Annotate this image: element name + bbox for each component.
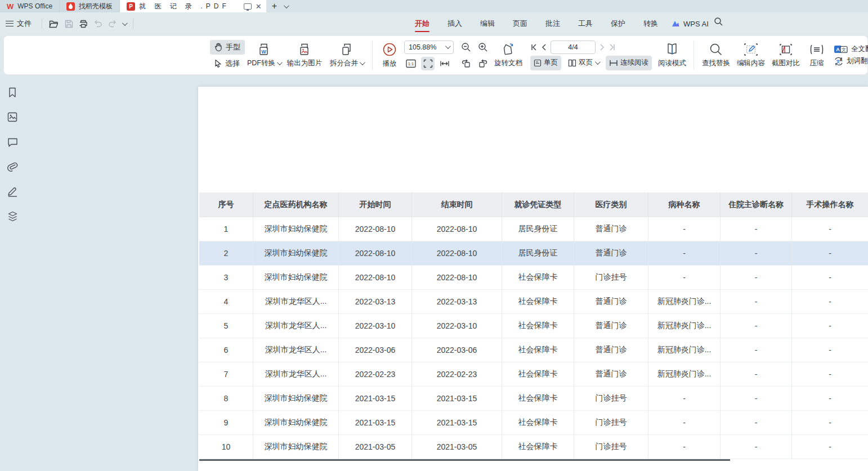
menu-tab-0[interactable]: 开始 bbox=[414, 12, 431, 35]
menu-tab-7[interactable]: 转换 bbox=[642, 12, 659, 35]
word-translate-button[interactable]: 文A 划词翻译 bbox=[834, 56, 868, 66]
rotate-document-button[interactable]: 旋转文档 bbox=[491, 39, 526, 71]
first-page-button[interactable] bbox=[530, 44, 537, 51]
table-header-cell: 医疗类别 bbox=[574, 192, 648, 217]
thumbnail-icon[interactable] bbox=[6, 111, 19, 123]
continuous-read-button[interactable]: 连续阅读 bbox=[606, 56, 652, 70]
table-cell: 新冠肺炎门诊... bbox=[648, 290, 721, 314]
redo-button[interactable] bbox=[105, 16, 120, 31]
actual-size-button[interactable]: 1:1 bbox=[404, 57, 418, 70]
divider bbox=[133, 19, 133, 29]
table-header-cell: 结束时间 bbox=[412, 192, 502, 217]
table-cell: - bbox=[721, 362, 792, 387]
table-row: 5深圳市龙华区人...2022-03-102022-03-10社会保障卡普通门诊… bbox=[199, 314, 868, 338]
pdf-convert-button[interactable]: W PDF转换 bbox=[245, 39, 283, 71]
compress-button[interactable]: 压缩 bbox=[803, 39, 830, 71]
menu-tab-4[interactable]: 批注 bbox=[544, 12, 561, 35]
table-cell: 2021-03-15 bbox=[339, 387, 412, 411]
menu-bar: 文件 开始插入编辑页面批注工具保护转换 WPS AI bbox=[0, 12, 868, 35]
save-button[interactable] bbox=[61, 16, 76, 31]
table-cell: 新冠肺炎门诊... bbox=[648, 338, 721, 362]
export-image-icon bbox=[297, 43, 312, 56]
zoom-level-select[interactable]: 105.88% bbox=[404, 41, 454, 54]
tab-docer-templates[interactable]: 找稻壳模板 bbox=[60, 0, 120, 12]
export-image-button[interactable]: 输出为图片 bbox=[283, 39, 326, 71]
fit-width-button[interactable] bbox=[438, 57, 451, 70]
table-cell: - bbox=[648, 387, 721, 411]
open-file-button[interactable] bbox=[47, 16, 61, 31]
table-cell: - bbox=[792, 362, 868, 387]
previous-page-button[interactable] bbox=[542, 44, 546, 51]
edit-content-button[interactable]: 编辑内容 bbox=[733, 39, 768, 71]
attachment-icon[interactable] bbox=[6, 160, 19, 173]
next-page-button[interactable] bbox=[600, 44, 605, 51]
full-text-translate-button[interactable]: A文 全文翻译 bbox=[834, 44, 868, 54]
close-tab-icon[interactable]: ✕ bbox=[256, 3, 262, 10]
table-cell: 门诊挂号 bbox=[574, 435, 648, 459]
table-cell: 新冠肺炎门诊... bbox=[648, 314, 721, 338]
fit-page-button[interactable] bbox=[421, 57, 435, 70]
zoom-in-button[interactable] bbox=[476, 41, 490, 54]
full-translate-icon: A文 bbox=[834, 45, 848, 53]
read-mode-button[interactable]: 阅读模式 bbox=[655, 39, 689, 71]
rotate-left-button[interactable] bbox=[459, 57, 473, 70]
cursor-icon bbox=[214, 59, 222, 68]
undo-history-chevron-icon[interactable] bbox=[122, 20, 128, 26]
divider bbox=[693, 41, 694, 70]
one-to-one-icon: 1:1 bbox=[406, 59, 416, 68]
table-header-cell: 定点医药机构名称 bbox=[253, 192, 339, 217]
monitor-icon[interactable] bbox=[244, 3, 252, 10]
pdf-page[interactable]: 序号定点医药机构名称开始时间结束时间就诊凭证类型医疗类别病种名称住院主诊断名称手… bbox=[198, 87, 868, 471]
undo-button[interactable] bbox=[91, 16, 105, 31]
play-button[interactable]: 播放 bbox=[377, 39, 402, 71]
find-replace-label: 查找替换 bbox=[702, 59, 730, 68]
table-row: 4深圳市龙华区人...2022-03-132022-03-13社会保障卡普通门诊… bbox=[199, 290, 868, 314]
menu-tab-5[interactable]: 工具 bbox=[577, 12, 594, 35]
zoom-out-button[interactable] bbox=[459, 41, 473, 54]
single-page-button[interactable]: 单页 bbox=[530, 56, 561, 70]
page-indicator-input[interactable]: 4/4 bbox=[551, 41, 596, 54]
table-cell: 深圳市妇幼保健院 bbox=[253, 217, 339, 241]
hand-icon bbox=[214, 43, 222, 51]
double-page-icon bbox=[568, 59, 576, 67]
table-cell: - bbox=[792, 314, 868, 338]
menu-tab-3[interactable]: 页面 bbox=[512, 12, 529, 35]
screenshot-compare-button[interactable]: 截图对比 bbox=[768, 39, 803, 71]
bookmark-icon[interactable] bbox=[6, 86, 19, 98]
menu-search-button[interactable] bbox=[714, 17, 723, 26]
split-merge-button[interactable]: 拆分合并 bbox=[326, 39, 368, 71]
table-cell: 深圳市龙华区人... bbox=[253, 314, 339, 338]
table-header-cell: 手术操作名称 bbox=[792, 192, 868, 217]
table-cell: 2 bbox=[199, 241, 253, 266]
menu-tab-1[interactable]: 插入 bbox=[446, 12, 463, 35]
table-cell: 社会保障卡 bbox=[502, 411, 574, 435]
tab-document-pdf[interactable]: P 就 医 记 录 .PDF ✕ bbox=[120, 0, 266, 12]
table-row: 10深圳市妇幼保健院2021-03-052021-03-05社会保障卡门诊挂号-… bbox=[199, 435, 868, 459]
search-icon bbox=[714, 17, 723, 26]
find-replace-button[interactable]: 查找替换 bbox=[699, 39, 733, 71]
hand-tool-button[interactable]: 手型 bbox=[210, 40, 245, 55]
double-page-button[interactable]: 双页 bbox=[565, 56, 602, 70]
menu-tab-6[interactable]: 保护 bbox=[610, 12, 627, 35]
docer-logo-icon bbox=[66, 2, 75, 11]
layers-icon[interactable] bbox=[6, 210, 19, 222]
table-cell: 9 bbox=[199, 411, 253, 435]
menu-tab-2[interactable]: 编辑 bbox=[479, 12, 496, 35]
table-row: 3深圳市妇幼保健院2022-08-102022-08-10社会保障卡门诊挂号--… bbox=[199, 266, 868, 290]
table-cell: - bbox=[792, 241, 868, 266]
table-cell: 门诊挂号 bbox=[574, 387, 648, 411]
table-row: 8深圳市妇幼保健院2021-03-152021-03-15社会保障卡门诊挂号--… bbox=[199, 387, 868, 411]
select-tool-button[interactable]: 选择 bbox=[210, 56, 245, 71]
file-menu-button[interactable]: 文件 bbox=[0, 19, 37, 29]
comment-icon[interactable] bbox=[6, 136, 19, 148]
wps-ai-button[interactable]: WPS AI bbox=[671, 12, 709, 35]
tab-wps-office[interactable]: W WPS Office bbox=[0, 0, 60, 12]
signature-icon[interactable] bbox=[6, 185, 19, 198]
tab-list-chevron-icon[interactable] bbox=[284, 3, 289, 8]
tab-label: WPS Office bbox=[17, 2, 52, 10]
last-page-button[interactable] bbox=[609, 44, 616, 51]
rotate-right-button[interactable] bbox=[476, 57, 490, 70]
print-button[interactable] bbox=[76, 16, 91, 31]
new-tab-button[interactable]: + bbox=[272, 2, 277, 11]
table-cell: 2022-08-10 bbox=[339, 241, 412, 266]
